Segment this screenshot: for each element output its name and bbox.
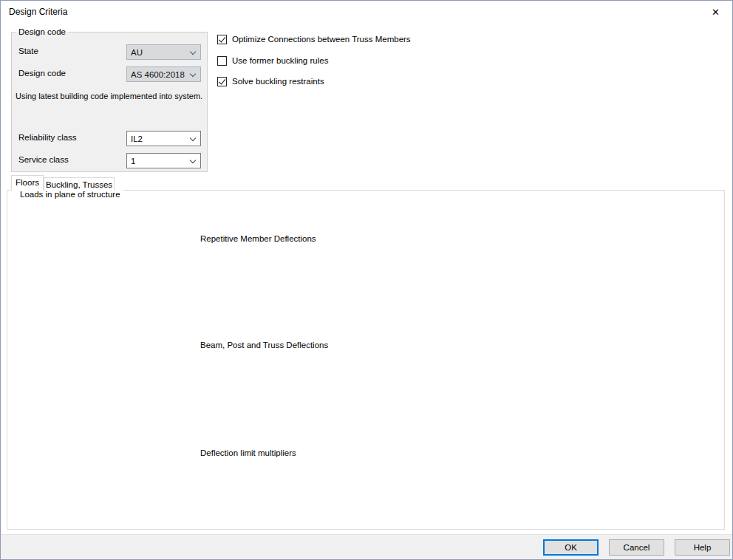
service-class-value: 1 bbox=[131, 157, 135, 165]
chevron-down-icon bbox=[190, 71, 196, 77]
reliability-class-label: Reliability class bbox=[18, 133, 77, 142]
loads-group-title: Loads in plane of structure bbox=[17, 190, 123, 199]
close-button[interactable]: ✕ bbox=[699, 1, 732, 23]
tab-panel bbox=[7, 190, 725, 530]
footer-bar: OK Cancel Help bbox=[1, 534, 733, 560]
use-former-buckling-checkbox[interactable]: Use former buckling rules bbox=[217, 55, 328, 66]
optimize-connections-checkbox[interactable]: Optimize Connections between Truss Membe… bbox=[217, 33, 411, 45]
design-code-group-title: Design code bbox=[16, 27, 69, 37]
chevron-down-icon bbox=[190, 157, 196, 163]
tab-label: Buckling, Trusses bbox=[46, 180, 112, 189]
checkbox-label: Use former buckling rules bbox=[232, 56, 328, 65]
checkbox-label: Solve buckling restraints bbox=[232, 77, 324, 86]
tab-buckling-trusses[interactable]: Buckling, Trusses bbox=[44, 177, 115, 190]
design-code-note: Using latest building code implemented i… bbox=[16, 92, 202, 100]
design-criteria-dialog: Design Criteria ✕ Design code State AU D… bbox=[0, 0, 733, 560]
state-label: State bbox=[18, 47, 38, 55]
beam-deflections-title: Beam, Post and Truss Deflections bbox=[197, 341, 331, 350]
ok-button[interactable]: OK bbox=[543, 539, 599, 556]
design-code-select-value: AS 4600:2018 bbox=[131, 70, 185, 79]
checkbox-box bbox=[217, 35, 227, 44]
close-icon: ✕ bbox=[712, 7, 720, 18]
checkbox-box bbox=[217, 77, 227, 86]
window-title: Design Criteria bbox=[9, 7, 67, 17]
help-button[interactable]: Help bbox=[675, 539, 730, 556]
service-class-label: Service class bbox=[18, 155, 69, 164]
checkbox-label: Optimize Connections between Truss Membe… bbox=[232, 35, 411, 44]
reliability-class-select[interactable]: IL2 bbox=[126, 131, 201, 146]
state-select-value: AU bbox=[131, 48, 143, 57]
tab-label: Floors bbox=[16, 178, 39, 187]
title-bar: Design Criteria bbox=[1, 1, 732, 23]
deflection-multipliers-title: Deflection limit multipliers bbox=[197, 448, 299, 458]
solve-buckling-restraints-checkbox[interactable]: Solve buckling restraints bbox=[217, 75, 324, 87]
chevron-down-icon bbox=[190, 49, 196, 55]
design-code-select: AS 4600:2018 bbox=[126, 66, 201, 82]
state-select: AU bbox=[126, 44, 201, 60]
cancel-button[interactable]: Cancel bbox=[609, 539, 664, 556]
tab-floors[interactable]: Floors bbox=[11, 175, 44, 191]
service-class-select[interactable]: 1 bbox=[126, 153, 201, 168]
chevron-down-icon bbox=[190, 135, 196, 141]
checkbox-box bbox=[217, 56, 227, 66]
design-code-label: Design code bbox=[18, 69, 66, 78]
reliability-class-value: IL2 bbox=[131, 134, 143, 143]
repetitive-deflections-title: Repetitive Member Deflections bbox=[197, 234, 319, 244]
